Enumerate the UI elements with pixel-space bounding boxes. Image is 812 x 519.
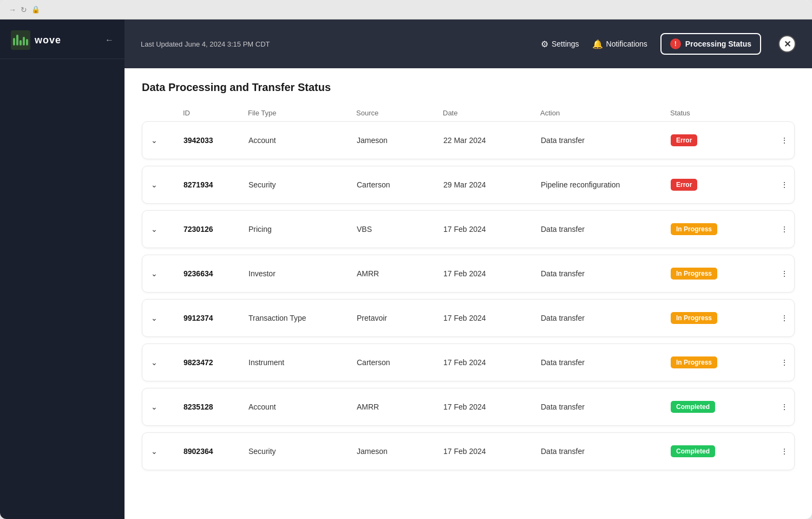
- status-badge: Error: [671, 179, 697, 191]
- cell-date: 17 Feb 2024: [443, 447, 541, 456]
- cell-id: 3942033: [184, 136, 248, 145]
- cell-source: VBS: [357, 225, 443, 233]
- cell-date: 17 Feb 2024: [443, 225, 541, 233]
- logo-icon: [11, 30, 30, 50]
- cell-status: In Progress: [671, 268, 768, 280]
- expand-icon[interactable]: ⌄: [151, 403, 184, 411]
- expand-icon[interactable]: ⌄: [151, 314, 184, 322]
- table-rows-container: ⌄ 3942033 Account Jameson 22 Mar 2024 Da…: [142, 121, 795, 470]
- cell-date: 17 Feb 2024: [443, 358, 541, 367]
- nav-refresh-icon[interactable]: ↻: [21, 5, 27, 14]
- cell-date: 22 Mar 2024: [443, 136, 541, 145]
- col-header-source: Source: [356, 109, 443, 117]
- svg-rect-5: [26, 39, 28, 46]
- cell-source: Jameson: [357, 136, 443, 145]
- col-header-expand: [150, 109, 183, 117]
- status-badge: In Progress: [671, 223, 717, 235]
- cell-id: 7230126: [184, 225, 248, 233]
- last-updated-text: Last Updated June 4, 2024 3:15 PM CDT: [141, 40, 270, 48]
- nav-forward-icon[interactable]: →: [9, 5, 16, 14]
- cell-action: Data transfer: [541, 403, 671, 411]
- more-options-icon[interactable]: ⋮: [768, 447, 801, 456]
- main-area: Last Updated June 4, 2024 3:15 PM CDT ⚙ …: [125, 20, 812, 519]
- browser-window: → ↻ 🔒 wove: [0, 0, 812, 519]
- cell-action: Data transfer: [541, 358, 671, 367]
- status-badge: Error: [671, 134, 697, 146]
- cell-source: Carterson: [357, 358, 443, 367]
- more-options-icon[interactable]: ⋮: [768, 180, 801, 189]
- svg-rect-4: [23, 37, 25, 46]
- processing-status-button[interactable]: ! Processing Status: [660, 33, 761, 55]
- expand-icon[interactable]: ⌄: [151, 180, 184, 189]
- table-row: ⌄ 9912374 Transaction Type Pretavoir 17 …: [142, 299, 795, 337]
- notifications-label: Notifications: [606, 40, 647, 48]
- cell-status: Error: [671, 179, 768, 191]
- top-header: Last Updated June 4, 2024 3:15 PM CDT ⚙ …: [125, 20, 812, 68]
- table-row: ⌄ 8902364 Security Jameson 17 Feb 2024 D…: [142, 432, 795, 470]
- app-body: wove ← Last Updated June 4, 2024 3:15 PM…: [0, 20, 812, 519]
- cell-action: Data transfer: [541, 447, 671, 456]
- status-badge: Completed: [671, 445, 715, 457]
- status-badge: In Progress: [671, 268, 717, 280]
- cell-status: In Progress: [671, 356, 768, 368]
- cell-file-type: Security: [248, 447, 357, 456]
- table-row: ⌄ 9823472 Instrument Carterson 17 Feb 20…: [142, 343, 795, 381]
- cell-id: 8271934: [184, 180, 248, 189]
- col-header-file-type: File Type: [248, 109, 356, 117]
- table-row: ⌄ 8235128 Account AMRR 17 Feb 2024 Data …: [142, 388, 795, 426]
- cell-action: Pipeline reconfiguration: [541, 180, 671, 189]
- svg-rect-2: [16, 35, 18, 46]
- logo-text: wove: [35, 35, 61, 46]
- expand-icon[interactable]: ⌄: [151, 269, 184, 278]
- col-header-status: Status: [670, 109, 768, 117]
- sidebar-toggle-icon[interactable]: ←: [105, 35, 114, 45]
- table-row: ⌄ 3942033 Account Jameson 22 Mar 2024 Da…: [142, 121, 795, 159]
- cell-id: 9912374: [184, 314, 248, 322]
- cell-source: Pretavoir: [357, 314, 443, 322]
- cell-date: 17 Feb 2024: [443, 269, 541, 278]
- cell-action: Data transfer: [541, 269, 671, 278]
- cell-source: Carterson: [357, 180, 443, 189]
- cell-action: Data transfer: [541, 136, 671, 145]
- sidebar-header: wove ←: [0, 20, 125, 59]
- expand-icon[interactable]: ⌄: [151, 136, 184, 145]
- close-button[interactable]: ✕: [778, 35, 796, 53]
- settings-button[interactable]: ⚙ Settings: [541, 39, 579, 49]
- gear-icon: ⚙: [541, 39, 548, 49]
- cell-status: Completed: [671, 445, 768, 457]
- col-header-id: ID: [183, 109, 248, 117]
- expand-icon[interactable]: ⌄: [151, 358, 184, 367]
- cell-date: 17 Feb 2024: [443, 403, 541, 411]
- svg-rect-3: [19, 40, 22, 46]
- notifications-button[interactable]: 🔔 Notifications: [592, 39, 647, 49]
- cell-status: In Progress: [671, 312, 768, 324]
- cell-id: 8902364: [184, 447, 248, 456]
- cell-status: In Progress: [671, 223, 768, 235]
- settings-label: Settings: [552, 40, 579, 48]
- cell-source: AMRR: [357, 403, 443, 411]
- table-row: ⌄ 7230126 Pricing VBS 17 Feb 2024 Data t…: [142, 210, 795, 248]
- cell-source: AMRR: [357, 269, 443, 278]
- cell-status: Completed: [671, 401, 768, 413]
- expand-icon[interactable]: ⌄: [151, 447, 184, 456]
- header-actions: ⚙ Settings 🔔 Notifications ! Processing …: [541, 33, 796, 55]
- more-options-icon[interactable]: ⋮: [768, 136, 801, 145]
- sidebar: wove ←: [0, 20, 125, 519]
- more-options-icon[interactable]: ⋮: [768, 269, 801, 278]
- more-options-icon[interactable]: ⋮: [768, 403, 801, 411]
- expand-icon[interactable]: ⌄: [151, 225, 184, 233]
- cell-id: 9236634: [184, 269, 248, 278]
- cell-file-type: Account: [248, 403, 357, 411]
- cell-date: 29 Mar 2024: [443, 180, 541, 189]
- cell-file-type: Transaction Type: [248, 314, 357, 322]
- more-options-icon[interactable]: ⋮: [768, 314, 801, 322]
- table-row: ⌄ 9236634 Investor AMRR 17 Feb 2024 Data…: [142, 255, 795, 293]
- cell-action: Data transfer: [541, 314, 671, 322]
- col-header-more: [768, 109, 800, 117]
- alert-icon: !: [670, 38, 681, 49]
- cell-file-type: Instrument: [248, 358, 357, 367]
- more-options-icon[interactable]: ⋮: [768, 225, 801, 233]
- more-options-icon[interactable]: ⋮: [768, 358, 801, 367]
- browser-bar: → ↻ 🔒: [0, 0, 812, 20]
- cell-file-type: Pricing: [248, 225, 357, 233]
